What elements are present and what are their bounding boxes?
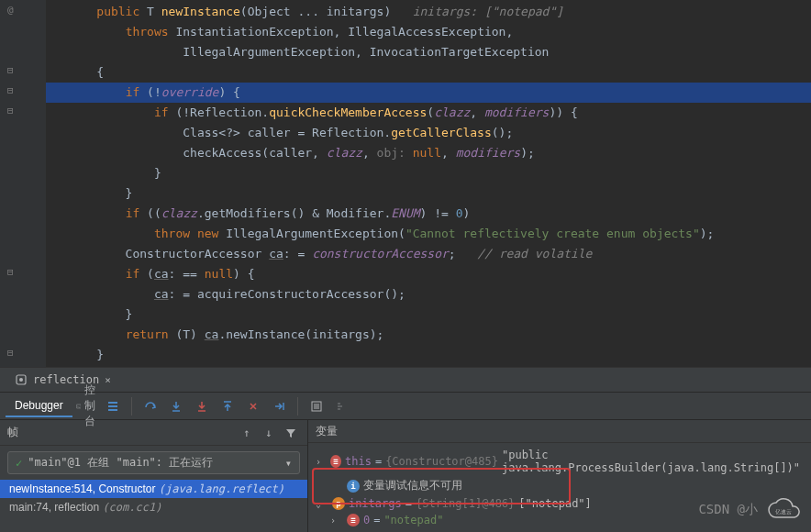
code-line[interactable]: if (ca: == null) { [46, 264, 811, 284]
fold-marker[interactable]: ⊟ [7, 64, 20, 77]
evaluate-icon[interactable] [306, 395, 328, 417]
svg-point-1 [19, 378, 23, 382]
separator [131, 397, 132, 416]
separator [297, 397, 298, 416]
editor-gutter: @ ⊟ ⊟ ⊟ ⊟ ⊟ [0, 0, 46, 367]
drop-frame-icon[interactable] [242, 395, 264, 417]
step-into-icon[interactable] [165, 395, 187, 417]
code-area[interactable]: public T newInstance(Object ... initargs… [46, 0, 811, 365]
code-line[interactable]: checkAccess(caller, clazz, obj: null, mo… [46, 143, 811, 163]
step-out-icon[interactable] [217, 395, 239, 417]
watermark: CSDN @小 亿速云 [698, 497, 802, 523]
reflection-tab[interactable]: reflection × [7, 368, 118, 392]
code-line[interactable]: IllegalArgumentException, InvocationTarg… [46, 42, 811, 62]
force-step-into-icon[interactable] [191, 395, 213, 417]
fold-marker[interactable]: ⊟ [7, 266, 20, 279]
frames-header: 帧 ↑ ↓ [0, 420, 307, 446]
trace-icon[interactable] [331, 395, 353, 417]
frames-panel: 帧 ↑ ↓ ✓ "main"@1 在组 "main": 正在运行 ▾ newIn… [0, 420, 308, 532]
code-editor[interactable]: @ ⊟ ⊟ ⊟ ⊟ ⊟ public T newInstance(Object … [0, 0, 811, 367]
next-frame-icon[interactable]: ↓ [260, 424, 278, 442]
frame-item[interactable]: newInstance:514, Constructor (java.lang.… [0, 480, 307, 498]
thread-selector[interactable]: ✓ "main"@1 在组 "main": 正在运行 ▾ [7, 451, 300, 474]
debug-toolbar: Debugger 控制台 [0, 393, 811, 420]
vars-header: 变量 [308, 420, 811, 443]
breakpoint-marker[interactable]: @ [7, 4, 20, 17]
variable-row[interactable]: ›≡this = {Constructor@485} "public java.… [316, 447, 804, 476]
code-line[interactable]: if ((clazz.getModifiers() & Modifier.ENU… [46, 204, 811, 224]
prev-frame-icon[interactable]: ↑ [238, 424, 256, 442]
code-line[interactable]: { [46, 62, 811, 83]
frame-list[interactable]: newInstance:514, Constructor (java.lang.… [0, 480, 307, 532]
step-over-icon[interactable] [139, 395, 161, 417]
frame-item[interactable]: main:74, reflection (com.cc1) [0, 498, 307, 516]
filter-icon[interactable] [282, 424, 300, 442]
code-line[interactable]: public T newInstance(Object ... initargs… [46, 2, 811, 22]
fold-marker[interactable]: ⊟ [7, 105, 20, 117]
debug-panel: 帧 ↑ ↓ ✓ "main"@1 在组 "main": 正在运行 ▾ newIn… [0, 420, 811, 532]
variable-row[interactable]: i变量调试信息不可用 [316, 476, 804, 495]
run-to-cursor-icon[interactable] [268, 395, 290, 417]
fold-marker[interactable]: ⊟ [7, 347, 20, 360]
code-line[interactable]: ConstructorAccessor ca: = constructorAcc… [46, 244, 811, 264]
chevron-down-icon: ▾ [285, 457, 292, 470]
code-line[interactable]: throw new IllegalArgumentException("Cann… [46, 224, 811, 244]
code-line[interactable]: if (!override) { [46, 83, 811, 103]
code-line[interactable]: } [46, 345, 811, 365]
code-line[interactable]: throws InstantiationException, IllegalAc… [46, 22, 811, 42]
code-line[interactable]: Class<?> caller = Reflection.getCallerCl… [46, 123, 811, 143]
debug-tab-bar: reflection × [0, 367, 811, 393]
debugger-tab[interactable]: Debugger [6, 395, 72, 417]
code-line[interactable]: } [46, 183, 811, 204]
reflection-icon [15, 373, 28, 386]
svg-text:亿速云: 亿速云 [774, 508, 792, 515]
threads-icon[interactable] [102, 395, 124, 417]
close-icon[interactable]: × [105, 374, 111, 386]
console-tab[interactable]: 控制台 [76, 395, 98, 417]
fold-marker[interactable]: ⊟ [7, 84, 20, 97]
check-icon: ✓ [16, 457, 22, 470]
code-line[interactable]: ca: = acquireConstructorAccessor(); [46, 284, 811, 305]
code-line[interactable]: return (T) ca.newInstance(initargs); [46, 325, 811, 345]
code-line[interactable]: } [46, 163, 811, 183]
code-line[interactable]: if (!Reflection.quickCheckMemberAccess(c… [46, 103, 811, 123]
code-line[interactable]: } [46, 305, 811, 325]
cloud-logo-icon: 亿速云 [765, 497, 802, 523]
